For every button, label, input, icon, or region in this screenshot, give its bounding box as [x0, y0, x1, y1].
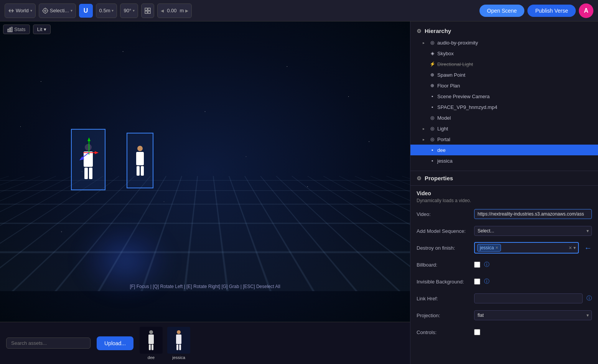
open-scene-button[interactable]: Open Scene [479, 5, 525, 17]
snap-angle-chevron[interactable]: ▾ [133, 8, 135, 13]
selection-chevron[interactable]: ▾ [71, 8, 72, 13]
hierarchy-item-skybox[interactable]: ◈ Skybox [410, 48, 598, 59]
link-href-help[interactable]: ⓘ [586, 295, 592, 302]
ubik-button[interactable]: U [79, 4, 93, 18]
hierarchy-item-audio[interactable]: ▸ ◎ audio-by-proximity [410, 37, 598, 48]
asset-thumb-jessica [167, 327, 190, 354]
controls-label: Controls: [417, 329, 474, 335]
snap-angle-value: 90° [124, 8, 131, 13]
destroy-label: Destroy on finish: [417, 245, 474, 251]
asset-item-dee[interactable]: dee [140, 327, 163, 360]
billboard-value: ⓘ [474, 261, 592, 268]
hierarchy-item-light[interactable]: ▸ ◎ Light [410, 123, 598, 134]
expand-audio[interactable]: ▸ [423, 41, 427, 45]
portal-icon: ◎ [430, 137, 435, 142]
hierarchy-item-floorplan[interactable]: ⊕ Floor Plan [410, 80, 598, 91]
target-icon [42, 8, 48, 14]
billboard-help[interactable]: ⓘ [484, 261, 489, 268]
dirlight-icon: ⚡ [430, 61, 435, 67]
asset-item-jessica[interactable]: jessica [167, 327, 190, 360]
invisible-bg-checkbox[interactable] [474, 278, 480, 285]
coord-right-arrow[interactable]: ▸ [185, 7, 188, 14]
lit-chevron: ▾ [44, 26, 46, 32]
destroy-tag-input[interactable]: jessica × × ▾ [474, 242, 579, 254]
stats-button[interactable]: Stats [3, 25, 30, 34]
character-jessica-viewport[interactable] [127, 133, 153, 188]
prop-row-controls: Controls: [417, 326, 592, 338]
tag-clear-button[interactable]: × [569, 245, 572, 251]
prop-row-destroy: Destroy on finish: jessica × × ▾ ← [417, 242, 592, 254]
coord-group: ◂ 0.00 m ▸ [157, 3, 192, 18]
hierarchy-item-dirlight[interactable]: ⚡ Directional Light [410, 59, 598, 69]
light-icon: ◎ [430, 126, 435, 131]
model-seq-select[interactable]: Select... [474, 226, 592, 236]
svg-marker-16 [95, 151, 99, 154]
svg-rect-6 [145, 8, 147, 10]
char-jessica-shape [136, 146, 144, 176]
transform-icon [8, 8, 14, 14]
link-href-input[interactable] [474, 293, 583, 303]
link-href-value: ⓘ [474, 293, 592, 303]
hierarchy-item-model[interactable]: ◎ Model [410, 112, 598, 123]
svg-rect-12 [11, 27, 12, 32]
selection-mode-group[interactable]: Selecti... ▾ [39, 3, 76, 18]
hierarchy-item-camera[interactable]: ▪ Scene Preview Camera [410, 91, 598, 102]
viewport-area: Stats Lit ▾ [0, 21, 410, 364]
hierarchy-item-video[interactable]: ▪ SPACE_VP9_hnmzyd.mp4 [410, 102, 598, 112]
snap-angle-group: 90° ▾ [120, 3, 138, 18]
expand-light[interactable]: ▸ [423, 127, 427, 131]
axis-arrows [74, 133, 104, 164]
lit-button[interactable]: Lit ▾ [33, 25, 51, 34]
coord-left-arrow[interactable]: ◂ [161, 7, 164, 14]
floorplan-icon: ⊕ [430, 83, 435, 88]
hierarchy-item-spawn[interactable]: ⊕ Spawn Point [410, 69, 598, 80]
projection-select[interactable]: flat [474, 310, 592, 320]
search-assets-input[interactable] [6, 338, 91, 349]
mini-char-dee [148, 330, 154, 350]
avatar-button[interactable]: A [579, 3, 593, 18]
expand-portal[interactable]: ▸ [423, 137, 427, 142]
prop-row-billboard: Billboard: ⓘ [417, 259, 592, 271]
publish-verse-button[interactable]: Publish Verse [527, 5, 576, 17]
snap-dist-chevron[interactable]: ▾ [112, 8, 114, 13]
asset-label-dee: dee [148, 355, 155, 360]
dee-hierarchy-icon: ▪ [430, 147, 435, 153]
character-dee-viewport[interactable] [71, 129, 105, 190]
hierarchy-section: ⚙ Hierarchy ▸ ◎ audio-by-proximity ◈ Sky… [410, 21, 598, 171]
billboard-label: Billboard: [417, 262, 474, 268]
coord-unit: m [180, 8, 184, 13]
invisible-bg-help[interactable]: ⓘ [484, 278, 489, 285]
hierarchy-icon: ⚙ [417, 28, 422, 34]
model-seq-value: Select... [474, 226, 592, 236]
destroy-tag-jessica: jessica × [477, 244, 501, 252]
projection-value: flat [474, 310, 592, 320]
tag-remove-jessica[interactable]: × [496, 245, 498, 250]
svg-marker-14 [87, 137, 91, 141]
hierarchy-item-jessica[interactable]: ▪ jessica [410, 155, 598, 166]
grid-toggle[interactable] [141, 3, 154, 18]
prop-row-projection: Projection: flat [417, 309, 592, 321]
destroy-value: jessica × × ▾ ← [474, 242, 592, 254]
projection-label: Projection: [417, 313, 474, 318]
world-chevron[interactable]: ▾ [30, 8, 32, 13]
hierarchy-item-portal[interactable]: ▸ ◎ Portal [410, 134, 598, 145]
coord-value: 0.00 [167, 8, 176, 13]
hierarchy-item-dee[interactable]: ▪ dee [410, 145, 598, 155]
upload-button[interactable]: Upload... [97, 336, 133, 350]
mini-char-jessica [176, 330, 181, 350]
shortcuts-bar: [F] Focus | [Q] Rotate Left | [E] Rotate… [0, 284, 410, 289]
model-icon: ◎ [430, 115, 435, 120]
props-subtitle: Dynamically loads a video. [417, 198, 592, 203]
tag-chevron[interactable]: ▾ [573, 245, 576, 250]
grid-icon [145, 8, 151, 14]
snap-distance-group: 0.5m ▾ [96, 3, 117, 18]
viewport[interactable]: Stats Lit ▾ [0, 21, 410, 322]
controls-checkbox[interactable] [474, 329, 480, 335]
arrow-indicator: ← [584, 244, 592, 252]
model-seq-label: Add Model Sequence: [417, 228, 474, 234]
video-url-input[interactable] [474, 209, 592, 219]
asset-label-jessica: jessica [172, 355, 185, 360]
billboard-checkbox[interactable] [474, 262, 480, 268]
props-group-video-title: Video [417, 190, 592, 196]
assets-bar: Upload... dee [0, 322, 410, 364]
